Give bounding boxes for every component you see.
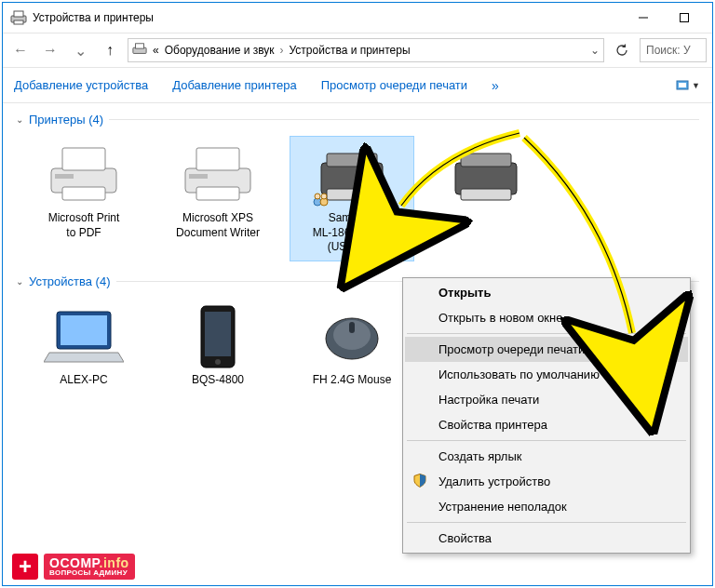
printer-icon — [446, 142, 526, 207]
maximize-button[interactable] — [664, 4, 705, 32]
svg-point-23 — [315, 194, 320, 199]
forward-button[interactable]: → — [38, 38, 62, 62]
item-label: BQS-4800 — [192, 373, 244, 402]
ctx-remove-device[interactable]: Удалить устройство — [405, 469, 688, 494]
svg-point-32 — [215, 359, 221, 365]
watermark-sub: ВОПРОСЫ АДМИНУ — [49, 569, 129, 577]
ctx-properties[interactable]: Свойства — [405, 526, 688, 551]
printer-icon — [44, 142, 124, 207]
item-label: FH 2.4G Mouse — [313, 373, 392, 402]
separator — [407, 333, 686, 334]
printer-item[interactable] — [424, 136, 548, 261]
chevron-right-icon: › — [280, 44, 284, 57]
ctx-open[interactable]: Открыть — [405, 280, 688, 305]
search-input[interactable]: Поиск: У — [640, 38, 707, 62]
item-label: Samsung ML-1860 Series (USB001) — [313, 211, 392, 255]
shield-icon — [412, 473, 427, 490]
plus-icon: + — [12, 554, 38, 580]
context-menu: Открыть Открыть в новом окне Просмотр оч… — [402, 277, 691, 554]
svg-rect-6 — [136, 43, 144, 47]
printer-item[interactable]: Microsoft Print to PDF — [21, 136, 146, 261]
svg-rect-29 — [61, 315, 107, 345]
ctx-printer-properties[interactable]: Свойства принтера — [405, 412, 688, 437]
recent-locations-button[interactable]: ⌄ — [68, 38, 92, 62]
svg-rect-19 — [327, 189, 377, 200]
chevron-down-icon: ⌄ — [16, 114, 23, 125]
svg-rect-10 — [62, 148, 105, 170]
add-device-button[interactable]: Добавление устройства — [14, 78, 148, 92]
ctx-view-print-queue[interactable]: Просмотр очереди печати — [405, 337, 688, 362]
laptop-icon — [44, 304, 124, 369]
device-item[interactable]: BQS-4800 — [155, 298, 280, 408]
printer-devices-icon — [10, 9, 27, 26]
mouse-icon — [312, 304, 392, 369]
svg-rect-11 — [62, 187, 105, 200]
chevron-down-icon: ⌄ — [16, 276, 23, 287]
view-print-queue-button[interactable]: Просмотр очереди печати — [321, 78, 467, 92]
svg-rect-16 — [189, 174, 208, 179]
ctx-troubleshoot[interactable]: Устранение неполадок — [405, 494, 688, 519]
separator — [407, 522, 686, 523]
shared-icon — [312, 189, 331, 211]
crumb-devices-printers[interactable]: Устройства и принтеры — [290, 44, 411, 57]
printer-item[interactable]: Microsoft XPS Document Writer — [155, 136, 280, 261]
command-bar: Добавление устройства Добавление принтер… — [3, 68, 712, 103]
svg-rect-35 — [349, 322, 355, 333]
device-item[interactable]: FH 2.4G Mouse — [290, 298, 414, 408]
toolbar-overflow-button[interactable]: » — [492, 78, 499, 93]
titlebar: Устройства и принтеры — [3, 3, 712, 33]
printer-devices-icon — [132, 42, 147, 60]
svg-rect-31 — [205, 312, 231, 356]
window-title: Устройства и принтеры — [33, 11, 623, 24]
add-printer-button[interactable]: Добавление принтера — [172, 78, 296, 92]
svg-rect-12 — [55, 174, 74, 179]
search-placeholder: Поиск: У — [646, 44, 691, 57]
svg-rect-27 — [461, 189, 511, 200]
phone-icon — [178, 304, 258, 369]
refresh-button[interactable] — [610, 38, 634, 62]
ctx-open-new-window[interactable]: Открыть в новом окне — [405, 305, 688, 330]
up-button[interactable]: ↑ — [98, 38, 122, 62]
ctx-set-default[interactable]: Использовать по умолчанию — [405, 362, 688, 387]
separator — [407, 440, 686, 441]
svg-rect-8 — [679, 83, 686, 87]
view-options-button[interactable]: ▼ — [675, 75, 701, 96]
printer-icon — [312, 142, 392, 207]
item-label: ALEX-PC — [60, 373, 107, 402]
crumb-dropdown[interactable]: « — [153, 44, 159, 57]
back-button[interactable]: ← — [8, 38, 33, 62]
address-bar[interactable]: « Оборудование и звук › Устройства и при… — [128, 38, 604, 62]
address-dropdown-button[interactable]: ⌄ — [590, 44, 600, 57]
nav-bar: ← → ⌄ ↑ « Оборудование и звук › Устройст… — [3, 33, 712, 68]
divider — [109, 119, 699, 120]
minimize-button[interactable] — [623, 4, 664, 32]
svg-rect-1 — [14, 11, 23, 17]
group-printers-label: Принтеры (4) — [29, 113, 103, 127]
svg-point-20 — [368, 174, 371, 178]
svg-rect-18 — [327, 154, 377, 167]
device-item[interactable]: ALEX-PC — [21, 298, 146, 408]
group-devices-label: Устройства (4) — [29, 274, 111, 288]
group-header-printers[interactable]: ⌄ Принтеры (4) — [3, 109, 712, 130]
printer-icon — [178, 142, 258, 207]
item-label: Microsoft Print to PDF — [48, 211, 120, 240]
svg-rect-15 — [196, 187, 239, 200]
devices-and-printers-window: Устройства и принтеры ← → ⌄ ↑ « Оборудов… — [2, 2, 713, 586]
crumb-hardware-sound[interactable]: Оборудование и звук — [165, 44, 275, 57]
svg-rect-26 — [461, 154, 511, 167]
svg-rect-2 — [14, 20, 23, 24]
svg-rect-14 — [196, 148, 239, 170]
svg-rect-4 — [681, 14, 689, 22]
ctx-create-shortcut[interactable]: Создать ярлык — [405, 444, 688, 469]
item-label: Microsoft XPS Document Writer — [176, 211, 260, 240]
printers-items: Microsoft Print to PDF Microsoft XPS Doc… — [3, 130, 712, 271]
ctx-printing-prefs[interactable]: Настройка печати — [405, 387, 688, 412]
watermark: + OCOMP.info ВОПРОСЫ АДМИНУ — [12, 554, 135, 580]
printer-item-selected[interactable]: Samsung ML-1860 Series (USB001) — [290, 136, 414, 261]
ctx-remove-device-label: Удалить устройство — [438, 474, 550, 488]
chevron-down-icon: ⌄ — [74, 42, 87, 60]
svg-point-24 — [321, 194, 327, 199]
watermark-text: OCOMP.info ВОПРОСЫ АДМИНУ — [44, 554, 135, 580]
